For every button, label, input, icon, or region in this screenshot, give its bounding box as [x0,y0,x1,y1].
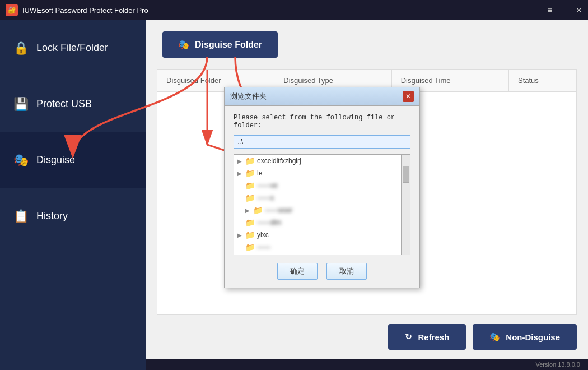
col-status: Status [509,70,576,91]
refresh-icon: ↻ [405,332,412,342]
tree-label: ——dlm [257,219,281,226]
tree-item[interactable]: ▶ 📁 exceldltfxzhglrj [234,155,401,167]
dialog-buttons: 确定 取消 [234,263,410,280]
sidebar-item-history[interactable]: 📋 History [0,188,146,244]
folder-icon: 📁 [245,156,255,165]
disguise-folder-btn-icon: 🎭 [178,39,189,50]
tree-label: —— [257,243,270,251]
version-bar: Version 13.8.0.0 [146,359,588,370]
dialog-instruction: Please select from the following file or… [234,114,410,130]
folder-icon: 📁 [245,193,255,202]
dialog-body: Please select from the following file or… [225,106,419,288]
tree-label: ylxc [257,231,269,239]
tree-label: ——wser [265,206,292,214]
dialog-title: 浏览文件夹 [230,91,267,101]
dialog-close-button[interactable]: ✕ [403,91,414,102]
disguise-icon: 🎭 [13,153,29,168]
non-disguise-button[interactable]: 🎭 Non-Disguise [473,324,577,350]
disguise-folder-btn-label: Disguise Folder [195,40,262,50]
browse-folder-dialog[interactable]: 浏览文件夹 ✕ Please select from the following… [224,87,420,288]
app-logo: 🔐 [6,4,18,16]
window-controls: ≡ — ✕ [548,6,582,15]
sidebar-item-disguise[interactable]: 🎭 Disguise [0,132,146,188]
close-icon[interactable]: ✕ [576,6,582,15]
sidebar: 🔒 Lock File/Folder 💾 Protect USB 🎭 Disgu… [0,20,146,370]
minimize-icon[interactable]: — [560,6,568,15]
top-bar: 🎭 Disguise Folder [146,20,588,69]
usb-icon: 💾 [13,97,29,112]
chevron-icon: ▶ [237,158,243,164]
chevron-icon: ▶ [237,232,243,238]
tree-item[interactable]: 📁 ——ve [234,179,401,192]
chevron-icon: ▶ [245,207,251,214]
disguise-folder-button[interactable]: 🎭 Disguise Folder [162,31,278,58]
history-icon: 📋 [13,209,29,224]
dialog-cancel-button[interactable]: 取消 [326,263,367,280]
bottom-bar: ↻ Refresh 🎭 Non-Disguise [146,315,588,359]
folder-icon: 📁 [253,206,263,215]
tree-label: exceldltfxzhglrj [257,157,301,165]
tree-item[interactable]: ▶ 📁 ylxc [234,229,401,241]
folder-icon: 📁 [245,243,255,252]
non-disguise-icon: 🎭 [489,332,500,342]
sidebar-label-usb: Protect USB [36,98,92,110]
folder-icon: 📁 [245,218,255,227]
scrollbar-thumb[interactable] [403,166,409,183]
tree-label: ——s [257,194,274,202]
dialog-titlebar: 浏览文件夹 ✕ [225,87,419,106]
refresh-btn-label: Refresh [418,332,449,342]
non-disguise-btn-label: Non-Disguise [506,332,560,342]
sidebar-item-usb[interactable]: 💾 Protect USB [0,76,146,132]
lock-icon: 🔒 [13,41,29,55]
tree-item[interactable]: 📁 —— [234,241,401,253]
sidebar-label-history: History [36,210,68,222]
dialog-tree[interactable]: ▶ 📁 exceldltfxzhglrj ▶ 📁 le 📁 ——ve [234,154,410,255]
menu-icon[interactable]: ≡ [548,6,552,15]
sidebar-item-lock[interactable]: 🔒 Lock File/Folder [0,20,146,76]
tree-label: le [257,169,262,177]
dialog-path-input[interactable] [234,135,410,149]
folder-icon: 📁 [245,169,255,178]
refresh-button[interactable]: ↻ Refresh [388,324,466,350]
tree-item[interactable]: 📁 ——dlm [234,216,401,229]
tree-label: ——ve [257,182,278,189]
tree-item[interactable]: ▶ 📁 ——wser [234,204,401,216]
chevron-icon: ▶ [237,170,243,177]
folder-icon: 📁 [245,181,255,190]
sidebar-label-lock: Lock File/Folder [36,42,108,54]
dialog-confirm-button[interactable]: 确定 [277,263,318,280]
sidebar-label-disguise: Disguise [36,154,75,166]
version-text: Version 13.8.0.0 [535,361,580,368]
app-title: IUWEsoft Password Protect Folder Pro [22,6,148,15]
scrollbar-track[interactable] [402,155,410,255]
folder-icon: 📁 [245,230,255,239]
titlebar: 🔐 IUWEsoft Password Protect Folder Pro ≡… [0,0,588,20]
scrollbar[interactable] [401,155,410,255]
tree-item[interactable]: ▶ 📁 le [234,167,401,179]
tree-item[interactable]: 📁 ——s [234,192,401,204]
